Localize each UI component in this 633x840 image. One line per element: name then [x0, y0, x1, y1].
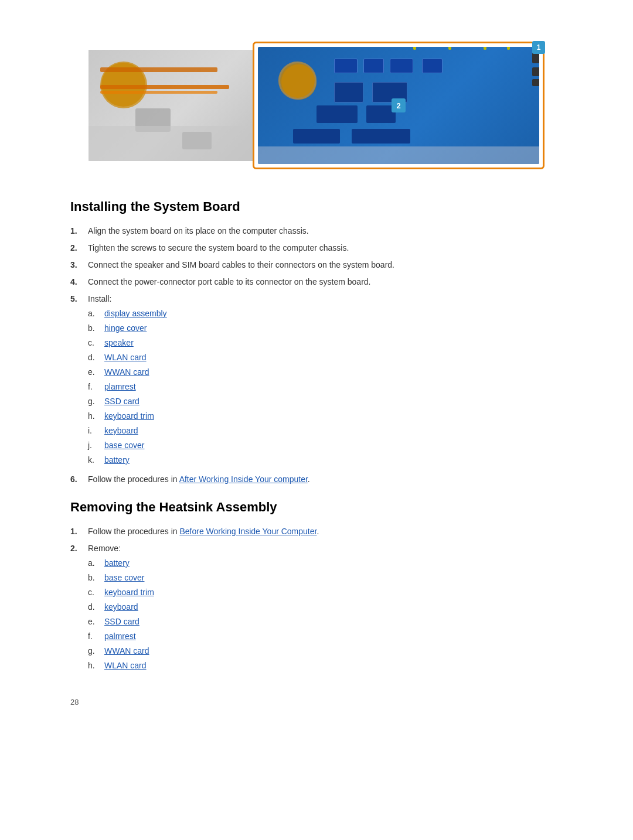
- removing-section: Removing the Heatsink Assembly 1. Follow…: [70, 500, 563, 674]
- installing-section: Installing the System Board 1. Align the…: [70, 199, 563, 486]
- step-text-6: Follow the procedures in After Working I…: [88, 473, 563, 486]
- install-sub-list: a. display assembly b. hinge cover c. sp…: [88, 308, 563, 466]
- remove-sub-item-a: a. battery: [88, 557, 563, 569]
- sub-item-a: a. display assembly: [88, 308, 563, 320]
- remove-link-wwan-card[interactable]: WWAN card: [104, 645, 149, 657]
- remove-link-ssd-card[interactable]: SSD card: [104, 616, 139, 628]
- remove-link-battery[interactable]: battery: [104, 557, 130, 569]
- remove-link-palmrest[interactable]: palmrest: [104, 630, 136, 643]
- sub-label-i: i.: [88, 425, 104, 437]
- diagram-section: 1 2: [70, 35, 563, 176]
- link-before-working[interactable]: Before Working Inside Your Computer: [179, 527, 316, 536]
- sub-item-k: k. battery: [88, 454, 563, 466]
- sub-label-k: k.: [88, 454, 104, 466]
- link-speaker[interactable]: speaker: [104, 337, 134, 349]
- install-step-2: 2. Tighten the screws to secure the syst…: [70, 242, 563, 254]
- removing-steps-list: 1. Follow the procedures in Before Worki…: [70, 525, 563, 674]
- link-hinge-cover[interactable]: hinge cover: [104, 322, 147, 334]
- sub-label-a: a.: [88, 308, 104, 320]
- step-text-1: Align the system board on its place on t…: [88, 225, 563, 237]
- link-base-cover[interactable]: base cover: [104, 439, 144, 452]
- link-ssd-card[interactable]: SSD card: [104, 395, 139, 408]
- sub-item-c: c. speaker: [88, 337, 563, 349]
- sub-label-f: f.: [88, 381, 104, 393]
- step-num-4: 4.: [70, 276, 88, 288]
- link-wlan-card[interactable]: WLAN card: [104, 351, 147, 364]
- sub-label-c: c.: [88, 337, 104, 349]
- sub-item-d: d. WLAN card: [88, 351, 563, 364]
- link-wwan-card[interactable]: WWAN card: [104, 366, 149, 378]
- remove-sub-item-h: h. WLAN card: [88, 660, 563, 672]
- remove-sub-item-g: g. WWAN card: [88, 645, 563, 657]
- sub-label-b: b.: [88, 322, 104, 334]
- install-step-5: 5. Install: a. display assembly b. hinge…: [70, 293, 563, 469]
- sub-item-h: h. keyboard trim: [88, 410, 563, 422]
- step-badge-2: 2: [392, 98, 406, 112]
- remove-link-base-cover[interactable]: base cover: [104, 572, 144, 584]
- remove-step-2: 2. Remove: a. battery b. base cover: [70, 542, 563, 674]
- link-plamrest[interactable]: plamrest: [104, 381, 136, 393]
- install-step-4: 4. Connect the power-connector port cabl…: [70, 276, 563, 288]
- remove-step-text-1: Follow the procedures in Before Working …: [88, 525, 563, 538]
- step-num-3: 3.: [70, 259, 88, 271]
- removing-heading: Removing the Heatsink Assembly: [70, 500, 563, 515]
- remove-step-num-1: 1.: [70, 525, 88, 538]
- sub-item-f: f. plamrest: [88, 381, 563, 393]
- sub-label-d: d.: [88, 351, 104, 364]
- sub-item-i: i. keyboard: [88, 425, 563, 437]
- sub-item-e: e. WWAN card: [88, 366, 563, 378]
- install-step-1: 1. Align the system board on its place o…: [70, 225, 563, 237]
- step-num-2: 2.: [70, 242, 88, 254]
- sub-label-j: j.: [88, 439, 104, 452]
- remove-sub-label-g: g.: [88, 645, 104, 657]
- remove-sub-item-f: f. palmrest: [88, 630, 563, 643]
- remove-sub-label-b: b.: [88, 572, 104, 584]
- remove-sub-label-f: f.: [88, 630, 104, 643]
- link-display-assembly[interactable]: display assembly: [104, 308, 167, 320]
- remove-link-keyboard-trim[interactable]: keyboard trim: [104, 586, 154, 599]
- link-after-working[interactable]: After Working Inside Your computer: [179, 474, 308, 484]
- install-step-6: 6. Follow the procedures in After Workin…: [70, 473, 563, 486]
- step-text-3: Connect the speaker and SIM board cables…: [88, 259, 563, 271]
- installing-heading: Installing the System Board: [70, 199, 563, 214]
- step-num-6: 6.: [70, 473, 88, 486]
- remove-link-keyboard[interactable]: keyboard: [104, 601, 138, 613]
- install-step-3: 3. Connect the speaker and SIM board cab…: [70, 259, 563, 271]
- remove-sub-item-b: b. base cover: [88, 572, 563, 584]
- step-num-5: 5.: [70, 293, 88, 305]
- step-num-1: 1.: [70, 225, 88, 237]
- sub-label-e: e.: [88, 366, 104, 378]
- link-keyboard-trim[interactable]: keyboard trim: [104, 410, 154, 422]
- installing-steps-list: 1. Align the system board on its place o…: [70, 225, 563, 486]
- remove-link-wlan-card[interactable]: WLAN card: [104, 660, 147, 672]
- board-image-right: 1 2: [253, 42, 544, 169]
- remove-sub-label-h: h.: [88, 660, 104, 672]
- sub-item-j: j. base cover: [88, 439, 563, 452]
- remove-step-text-2: Remove: a. battery b. base cover c. keyb: [88, 542, 563, 674]
- remove-step-1: 1. Follow the procedures in Before Worki…: [70, 525, 563, 538]
- page-content: 1 2: [0, 0, 633, 840]
- sub-item-b: b. hinge cover: [88, 322, 563, 334]
- remove-sub-label-a: a.: [88, 557, 104, 569]
- step-text-4: Connect the power-connector port cable t…: [88, 276, 563, 288]
- step-text-2: Tighten the screws to secure the system …: [88, 242, 563, 254]
- remove-sub-list: a. battery b. base cover c. keyboard tri…: [88, 557, 563, 672]
- step-text-5: Install: a. display assembly b. hinge co…: [88, 293, 563, 469]
- sub-label-g: g.: [88, 395, 104, 408]
- remove-sub-item-c: c. keyboard trim: [88, 586, 563, 599]
- remove-sub-label-e: e.: [88, 616, 104, 628]
- remove-sub-item-d: d. keyboard: [88, 601, 563, 613]
- page-number: 28: [70, 698, 563, 706]
- remove-sub-label-d: d.: [88, 601, 104, 613]
- remove-step-num-2: 2.: [70, 542, 88, 555]
- remove-sub-label-c: c.: [88, 586, 104, 599]
- sub-label-h: h.: [88, 410, 104, 422]
- remove-sub-item-e: e. SSD card: [88, 616, 563, 628]
- sub-item-g: g. SSD card: [88, 395, 563, 408]
- step-badge-1: 1: [532, 41, 545, 54]
- link-keyboard[interactable]: keyboard: [104, 425, 138, 437]
- link-battery[interactable]: battery: [104, 454, 130, 466]
